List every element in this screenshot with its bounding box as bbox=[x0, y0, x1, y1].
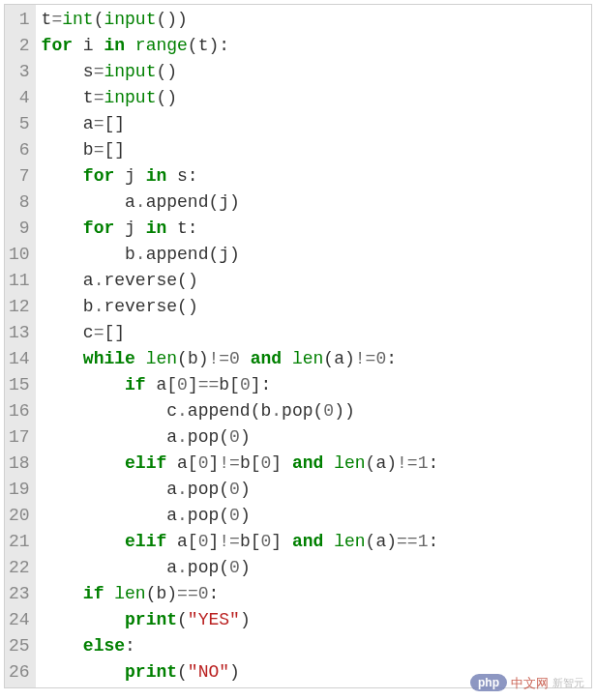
code-line: t=input() bbox=[42, 85, 587, 111]
line-number: 4 bbox=[9, 85, 30, 111]
line-number: 25 bbox=[9, 633, 30, 659]
line-number: 14 bbox=[9, 346, 30, 372]
code-block: 1234567891011121314151617181920212223242… bbox=[4, 4, 592, 688]
code-line: a.pop(0) bbox=[42, 424, 587, 451]
code-line: s=input() bbox=[42, 59, 587, 85]
code-line: t=int(input()) bbox=[42, 7, 587, 33]
code-line: b=[] bbox=[42, 137, 587, 163]
code-line: a.append(j) bbox=[42, 190, 587, 216]
line-number: 19 bbox=[9, 477, 30, 503]
line-number: 24 bbox=[9, 607, 30, 633]
code-line: elif a[0]!=b[0] and len(a)!=1: bbox=[42, 451, 587, 477]
code-line: a.pop(0) bbox=[42, 477, 587, 503]
code-line: b.append(j) bbox=[42, 242, 587, 268]
line-number: 22 bbox=[9, 555, 30, 581]
line-number: 7 bbox=[9, 163, 30, 190]
line-number: 11 bbox=[9, 268, 30, 294]
watermark-sub-text: 新智元 bbox=[552, 675, 584, 691]
code-line: for j in t: bbox=[42, 216, 587, 242]
watermark-cn-text: 中文网 bbox=[511, 674, 549, 693]
code-line: a.pop(0) bbox=[42, 503, 587, 529]
line-number: 1 bbox=[9, 7, 30, 33]
watermark: php 中文网 新智元 bbox=[470, 674, 584, 693]
line-number: 5 bbox=[9, 111, 30, 137]
code-line: for j in s: bbox=[42, 163, 587, 190]
line-number: 8 bbox=[9, 190, 30, 216]
line-number: 18 bbox=[9, 451, 30, 477]
line-number: 10 bbox=[9, 242, 30, 268]
line-number: 9 bbox=[9, 216, 30, 242]
code-line: c.append(b.pop(0)) bbox=[42, 398, 587, 424]
code-line: a.pop(0) bbox=[42, 555, 587, 581]
line-number: 21 bbox=[9, 529, 30, 555]
line-number: 26 bbox=[9, 659, 30, 685]
line-number: 12 bbox=[9, 294, 30, 320]
line-number: 15 bbox=[9, 372, 30, 398]
line-number: 2 bbox=[9, 33, 30, 59]
code-line: if len(b)==0: bbox=[42, 581, 587, 607]
line-number: 23 bbox=[9, 581, 30, 607]
line-number: 16 bbox=[9, 398, 30, 424]
code-line: if a[0]==b[0]: bbox=[42, 372, 587, 398]
line-number: 17 bbox=[9, 424, 30, 451]
line-number: 3 bbox=[9, 59, 30, 85]
code-line: print("YES") bbox=[42, 607, 587, 633]
code-line: else: bbox=[42, 633, 587, 659]
line-number: 6 bbox=[9, 137, 30, 163]
code-line: while len(b)!=0 and len(a)!=0: bbox=[42, 346, 587, 372]
code-line: b.reverse() bbox=[42, 294, 587, 320]
code-line: for i in range(t): bbox=[42, 33, 587, 59]
line-number-gutter: 1234567891011121314151617181920212223242… bbox=[5, 5, 36, 687]
code-line: a=[] bbox=[42, 111, 587, 137]
line-number: 20 bbox=[9, 503, 30, 529]
watermark-php-badge: php bbox=[470, 674, 507, 691]
code-area: t=int(input())for i in range(t): s=input… bbox=[36, 5, 591, 687]
code-line: a.reverse() bbox=[42, 268, 587, 294]
line-number: 13 bbox=[9, 320, 30, 346]
code-line: c=[] bbox=[42, 320, 587, 346]
code-line: elif a[0]!=b[0] and len(a)==1: bbox=[42, 529, 587, 555]
